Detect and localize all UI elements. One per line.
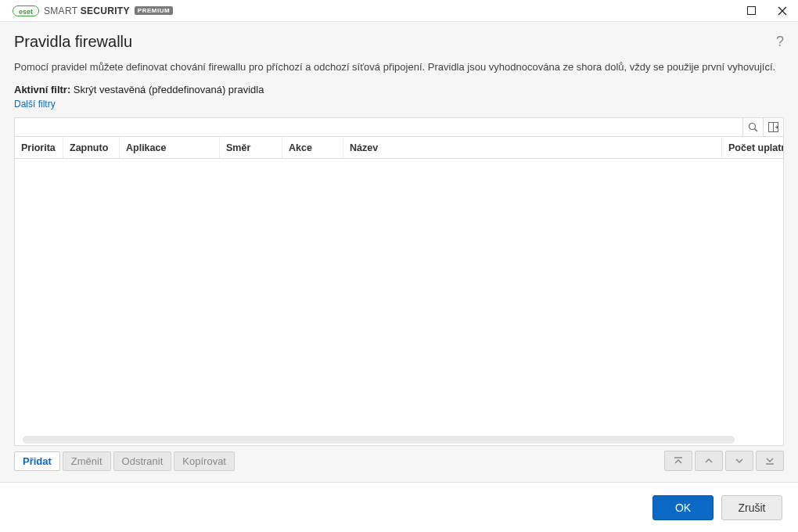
maximize-button[interactable] — [742, 2, 760, 20]
premium-badge: PREMIUM — [135, 6, 173, 15]
active-filter-label: Aktivní filtr: — [14, 84, 70, 95]
column-priorita[interactable]: Priorita — [15, 137, 63, 158]
help-icon[interactable]: ? — [776, 34, 784, 50]
content-area: Pravidla firewallu ? Pomocí pravidel můž… — [0, 22, 798, 482]
order-actions — [664, 451, 784, 471]
active-filter-value: Skrýt vestavěná (předdefinovaná) pravidl… — [74, 84, 264, 95]
search-row — [15, 118, 783, 137]
page-title: Pravidla firewallu — [14, 33, 132, 51]
column-pocet[interactable]: Počet uplatně — [722, 137, 783, 158]
column-nazev[interactable]: Název — [343, 137, 722, 158]
title-brand: eset SMART SECURITY PREMIUM — [13, 5, 173, 16]
svg-point-3 — [749, 124, 756, 130]
brand-light: SMART — [44, 5, 77, 16]
move-top-button[interactable] — [664, 451, 692, 471]
brand-bold: SECURITY — [81, 5, 130, 16]
move-up-button[interactable] — [695, 451, 723, 471]
add-button[interactable]: Přidat — [14, 451, 60, 471]
description: Pomocí pravidel můžete definovat chování… — [14, 60, 784, 74]
header-row: Pravidla firewallu ? — [14, 33, 784, 51]
eset-logo-icon: eset — [13, 5, 39, 16]
column-smer[interactable]: Směr — [220, 137, 282, 158]
dialog-footer: OK Zrušit — [0, 482, 798, 532]
cancel-button[interactable]: Zrušit — [721, 495, 782, 520]
search-input[interactable] — [15, 118, 742, 136]
more-filters-link[interactable]: Další filtry — [14, 99, 784, 110]
remove-button[interactable]: Odstranit — [113, 451, 172, 471]
window-controls — [742, 2, 792, 20]
svg-line-4 — [755, 129, 758, 132]
copy-button[interactable]: Kopírovat — [174, 451, 235, 471]
columns-icon[interactable] — [763, 118, 783, 136]
close-button[interactable] — [773, 2, 792, 20]
ok-button[interactable]: OK — [652, 495, 714, 520]
column-zapnuto[interactable]: Zapnuto — [63, 137, 120, 158]
active-filter-row: Aktivní filtr: Skrýt vestavěná (předdefi… — [14, 84, 784, 95]
svg-text:eset: eset — [19, 7, 33, 15]
actions-row: Přidat Změnit Odstranit Kopírovat — [14, 451, 784, 471]
column-aplikace[interactable]: Aplikace — [120, 137, 220, 158]
rules-table: Priorita Zapnuto Aplikace Směr Akce Náze… — [14, 117, 784, 446]
table-body — [15, 159, 783, 445]
edit-button[interactable]: Změnit — [63, 451, 111, 471]
column-akce[interactable]: Akce — [282, 137, 343, 158]
search-icon[interactable] — [742, 118, 763, 136]
svg-rect-2 — [747, 7, 755, 15]
move-bottom-button[interactable] — [756, 451, 784, 471]
move-down-button[interactable] — [725, 451, 753, 471]
title-bar: eset SMART SECURITY PREMIUM — [0, 0, 798, 22]
horizontal-scrollbar[interactable] — [23, 436, 735, 444]
title-text: SMART SECURITY — [44, 5, 130, 16]
rule-actions: Přidat Změnit Odstranit Kopírovat — [14, 451, 235, 471]
table-header: Priorita Zapnuto Aplikace Směr Akce Náze… — [15, 137, 783, 159]
